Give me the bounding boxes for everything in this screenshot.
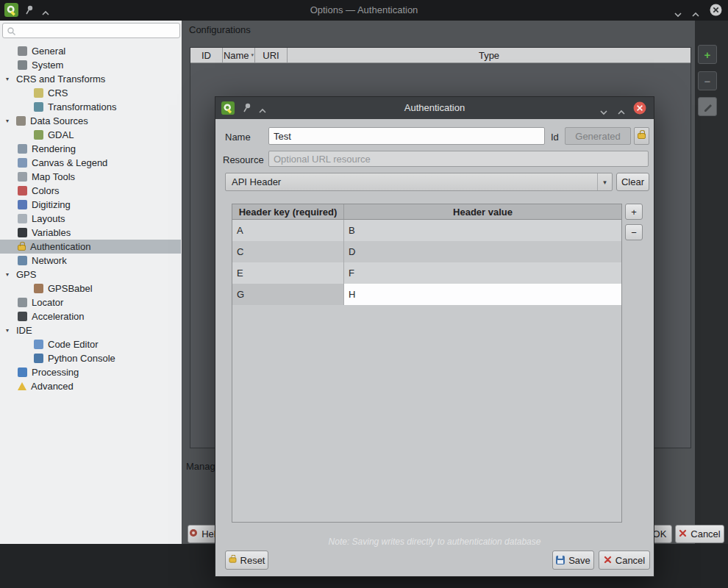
data-sources-icon — [16, 116, 26, 126]
remove-header-button[interactable]: − — [625, 224, 643, 240]
sidebar-item-advanced[interactable]: Advanced — [0, 379, 181, 393]
header-table[interactable]: Header key (required) Header value A B C… — [232, 204, 622, 523]
chevron-down-icon[interactable] — [674, 8, 682, 21]
cancel-button[interactable]: Cancel — [675, 525, 724, 543]
remove-configuration-button[interactable]: − — [698, 71, 717, 90]
variables-icon — [18, 228, 27, 237]
column-header-name[interactable]: Name ▾ — [223, 48, 255, 62]
sidebar-item-processing[interactable]: Processing — [0, 365, 181, 379]
gdal-icon — [34, 130, 43, 140]
name-input[interactable] — [268, 127, 545, 145]
sidebar-item-data-sources[interactable]: ▾ Data Sources — [0, 114, 181, 128]
column-header-key[interactable]: Header key (required) — [232, 204, 344, 219]
reset-icon — [229, 557, 236, 562]
sidebar-item-crs-and-transforms[interactable]: ▾ CRS and Transforms — [0, 72, 181, 86]
table-row[interactable]: G H — [232, 284, 621, 305]
expander-icon[interactable]: ▾ — [6, 327, 16, 334]
value-cell[interactable]: F — [344, 262, 621, 284]
value-cell[interactable]: B — [344, 220, 621, 241]
sidebar-item-map-tools[interactable]: Map Tools — [0, 170, 181, 184]
reset-button[interactable]: Reset — [225, 551, 268, 570]
item-label: Locator — [32, 297, 63, 308]
expander-icon[interactable]: ▾ — [6, 271, 16, 278]
configurations-table-header: ID Name ▾ URI Type — [190, 48, 690, 63]
clear-button[interactable]: Clear — [616, 173, 649, 191]
key-cell[interactable]: E — [232, 262, 344, 284]
sidebar-item-system[interactable]: System — [0, 58, 181, 72]
item-label: GPSBabel — [48, 283, 93, 294]
sidebar-item-digitizing[interactable]: Digitizing — [0, 198, 181, 212]
close-icon[interactable] — [710, 4, 722, 19]
code-editor-icon — [34, 340, 43, 349]
sidebar-item-gdal[interactable]: GDAL — [0, 128, 181, 142]
search-input[interactable] — [2, 23, 180, 38]
chevron-down-icon[interactable] — [599, 106, 608, 119]
sidebar-item-gpsbabel[interactable]: GPSBabel — [0, 282, 181, 295]
table-row[interactable]: E F — [232, 262, 621, 284]
sidebar-item-acceleration[interactable]: Acceleration — [0, 309, 181, 323]
warning-triangle-icon — [18, 382, 26, 390]
sidebar-item-canvas-legend[interactable]: Canvas & Legend — [0, 156, 181, 170]
sidebar-item-gps[interactable]: ▾ GPS — [0, 268, 181, 282]
sidebar-item-layouts[interactable]: Layouts — [0, 212, 181, 226]
add-header-button[interactable]: + — [625, 204, 643, 220]
sidebar-item-colors[interactable]: Colors — [0, 184, 181, 198]
map-tools-icon — [18, 172, 27, 182]
sidebar-item-network[interactable]: Network — [0, 254, 181, 268]
close-icon[interactable] — [633, 101, 646, 118]
edit-configuration-button[interactable] — [698, 97, 717, 116]
column-header-type[interactable]: Type — [288, 48, 690, 62]
options-titlebar[interactable]: Options — Authentication — [0, 0, 728, 21]
system-icon — [18, 60, 27, 70]
sidebar-item-python-console[interactable]: Python Console — [0, 351, 181, 365]
digitizing-icon — [18, 200, 27, 209]
item-label: Variables — [32, 227, 71, 238]
expander-icon[interactable]: ▾ — [6, 76, 16, 82]
authentication-dialog: Authentication Name Id Generated Resourc… — [215, 96, 654, 577]
id-lock-button[interactable] — [634, 127, 649, 145]
sidebar-item-crs[interactable]: CRS — [0, 86, 181, 100]
column-header-uri[interactable]: URI — [255, 48, 288, 62]
auth-method-select[interactable]: API Header ▾ — [225, 173, 613, 191]
authentication-lock-icon — [18, 245, 26, 251]
sidebar-item-rendering[interactable]: Rendering — [0, 142, 181, 156]
sidebar-item-code-editor[interactable]: Code Editor — [0, 337, 181, 351]
sidebar-item-general[interactable]: General — [0, 44, 181, 58]
sidebar-search — [2, 23, 180, 38]
save-icon — [556, 556, 565, 564]
sidebar-item-locator[interactable]: Locator — [0, 295, 181, 309]
item-label: System — [32, 60, 63, 71]
key-cell[interactable]: G — [232, 284, 344, 305]
item-label: Authentication — [30, 241, 90, 252]
value-cell[interactable]: H — [344, 284, 621, 305]
cancel-x-icon — [604, 555, 612, 566]
item-label: Advanced — [31, 381, 74, 392]
chevron-up-icon[interactable] — [691, 8, 700, 21]
column-header-id[interactable]: ID — [190, 48, 223, 62]
key-cell[interactable]: C — [232, 241, 344, 262]
general-icon — [18, 46, 27, 56]
pencil-icon — [703, 102, 713, 112]
sidebar-item-transformations[interactable]: Transformations — [0, 100, 181, 114]
add-configuration-button[interactable]: + — [698, 45, 717, 64]
expander-icon[interactable]: ▾ — [6, 118, 16, 124]
help-icon — [189, 528, 198, 539]
value-cell[interactable]: D — [344, 241, 621, 262]
resource-input[interactable] — [268, 151, 649, 167]
sidebar-item-ide[interactable]: ▾ IDE — [0, 323, 181, 337]
sidebar-item-variables[interactable]: Variables — [0, 226, 181, 240]
chevron-up-icon[interactable] — [617, 106, 626, 119]
column-header-value[interactable]: Header value — [344, 204, 621, 219]
key-cell[interactable]: A — [232, 220, 344, 241]
item-label: Map Tools — [32, 171, 75, 182]
dialog-titlebar[interactable]: Authentication — [215, 97, 654, 119]
search-icon — [7, 26, 16, 39]
table-row[interactable]: A B — [232, 220, 621, 241]
sidebar-item-authentication[interactable]: Authentication — [0, 240, 181, 254]
item-label: Transformations — [48, 101, 116, 112]
cancel-x-icon — [679, 528, 687, 539]
item-label: GDAL — [48, 129, 74, 140]
table-row[interactable]: C D — [232, 241, 621, 262]
dialog-cancel-button[interactable]: Cancel — [599, 551, 650, 570]
save-button[interactable]: Save — [552, 551, 594, 570]
